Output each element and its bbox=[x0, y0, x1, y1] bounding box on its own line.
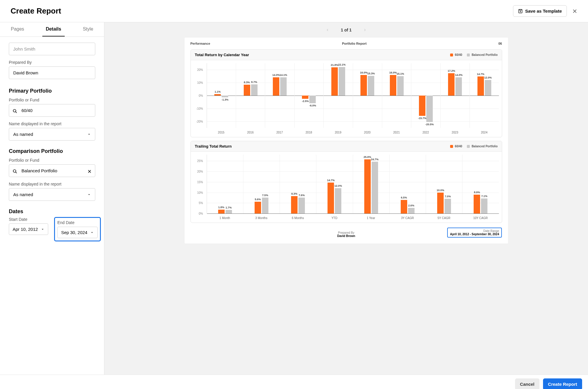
chart-panel: Total Return by Calendar Year60/40Balanc… bbox=[191, 49, 502, 137]
start-date-picker[interactable]: Apr 10, 2012 bbox=[9, 223, 48, 235]
primary-name-display-select[interactable]: As named bbox=[9, 128, 95, 141]
prepared-by-field[interactable] bbox=[9, 66, 95, 79]
close-button[interactable] bbox=[572, 9, 577, 14]
svg-point-1 bbox=[13, 109, 16, 112]
prev-page-button[interactable] bbox=[326, 28, 329, 32]
tab-details[interactable]: Details bbox=[42, 22, 65, 36]
chevron-down-icon bbox=[41, 228, 44, 231]
preview-area: 1 of 1 Performance Portfolio Report 06 T… bbox=[104, 22, 588, 375]
legend-item: Balanced Portfolio bbox=[467, 53, 497, 56]
legend-item: Balanced Portfolio bbox=[467, 145, 497, 148]
portfolio-fund-label-2: Portfolio or Fund bbox=[9, 158, 95, 163]
chevron-down-icon bbox=[87, 133, 91, 136]
svg-point-2 bbox=[13, 170, 16, 172]
search-icon bbox=[12, 108, 18, 114]
bottombar: Cancel Create Report bbox=[0, 375, 588, 389]
primary-portfolio-field[interactable] bbox=[9, 104, 95, 117]
chart-title: Total Return by Calendar Year bbox=[195, 53, 249, 57]
tab-style[interactable]: Style bbox=[79, 22, 97, 36]
end-date-label: End Date bbox=[57, 220, 98, 225]
legend-item: 60/40 bbox=[450, 145, 462, 148]
date-range-foot-label: Date Range bbox=[450, 229, 499, 233]
prepared-by-foot-value: David Brown bbox=[337, 234, 355, 238]
chevron-down-icon bbox=[87, 193, 91, 196]
client-name-field[interactable] bbox=[9, 43, 95, 55]
legend-item: 60/40 bbox=[450, 53, 462, 56]
start-date-label: Start Date bbox=[9, 217, 48, 222]
chevron-down-icon bbox=[90, 231, 94, 234]
topbar: Create Report Save as Template bbox=[0, 0, 588, 22]
page-indicator: 1 of 1 bbox=[341, 28, 352, 32]
tab-pages[interactable]: Pages bbox=[7, 22, 28, 36]
close-icon bbox=[572, 9, 577, 14]
page-title: Create Report bbox=[11, 6, 61, 16]
comparison-name-display-select[interactable]: As named bbox=[9, 188, 95, 201]
page-head-left: Performance bbox=[191, 42, 210, 45]
date-range-foot-value: April 10, 2012 - September 30, 2024 bbox=[450, 233, 499, 236]
create-report-button[interactable]: Create Report bbox=[543, 378, 582, 389]
end-date-picker[interactable]: Sep 30, 2024 bbox=[57, 227, 98, 238]
sidebar: Pages Details Style Prepared By Primary … bbox=[0, 22, 104, 375]
search-icon bbox=[12, 169, 18, 174]
prepared-by-foot-label: Prepared By bbox=[294, 231, 398, 234]
dates-heading: Dates bbox=[9, 208, 95, 215]
chart-panel: Trailing Total Return60/40Balanced Portf… bbox=[191, 141, 502, 223]
report-page: Performance Portfolio Report 06 Total Re… bbox=[185, 38, 508, 243]
prepared-by-label: Prepared By bbox=[9, 60, 95, 65]
page-head-center: Portfolio Report bbox=[342, 42, 367, 45]
next-page-button[interactable] bbox=[363, 28, 366, 32]
save-icon bbox=[518, 9, 523, 14]
comparison-portfolio-field[interactable] bbox=[9, 164, 95, 177]
name-display-label-1: Name displayed in the report bbox=[9, 121, 95, 126]
paginator: 1 of 1 bbox=[113, 22, 579, 38]
cancel-button[interactable]: Cancel bbox=[515, 378, 539, 389]
save-template-button[interactable]: Save as Template bbox=[513, 5, 567, 17]
portfolio-fund-label-1: Portfolio or Fund bbox=[9, 98, 95, 102]
comparison-portfolio-heading: Comparison Portfolio bbox=[9, 148, 95, 154]
clear-icon[interactable] bbox=[87, 169, 92, 173]
name-display-label-2: Name displayed in the report bbox=[9, 182, 95, 186]
sidebar-tabs: Pages Details Style bbox=[0, 22, 104, 37]
chart-title: Trailing Total Return bbox=[195, 144, 232, 148]
primary-portfolio-heading: Primary Portfolio bbox=[9, 88, 95, 94]
page-head-right: 06 bbox=[498, 42, 502, 45]
